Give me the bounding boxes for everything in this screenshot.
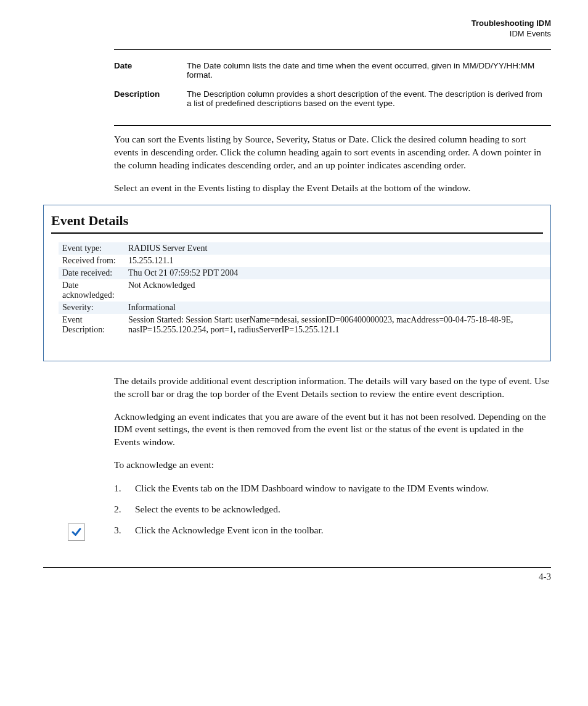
- step-text: Click the Events tab on the IDM Dashboar…: [135, 482, 489, 495]
- step-number: 3.: [114, 523, 135, 537]
- event-value: 15.255.121.1: [125, 255, 550, 267]
- event-value: Session Started: Session Start: userName…: [125, 314, 550, 336]
- page-number: 4-3: [43, 572, 551, 582]
- definition-row: Date The Date column lists the date and …: [114, 57, 551, 86]
- event-row: Event type: RADIUS Server Event: [59, 242, 550, 255]
- event-details-table: Event type: RADIUS Server Event Received…: [44, 242, 565, 361]
- paragraph-ack-info: Acknowledging an event indicates that yo…: [114, 411, 551, 449]
- event-row: Received from: 15.255.121.1: [59, 255, 550, 267]
- list-item: 3. Click the Acknowledge Event icon in t…: [114, 523, 551, 537]
- page-footer: 4-3: [43, 567, 551, 582]
- event-label: Event type:: [59, 242, 125, 255]
- acknowledge-event-icon: [68, 523, 85, 541]
- event-details-rule: [51, 232, 543, 234]
- paragraph-sort-info: You can sort the Events listing by Sourc…: [114, 133, 551, 172]
- header-subtitle: IDM Events: [43, 29, 551, 38]
- event-label: Event Description:: [59, 314, 125, 336]
- step-number: 2.: [114, 503, 135, 516]
- event-details-title: Event Details: [44, 205, 550, 232]
- paragraph-select-event: Select an event in the Events listing to…: [114, 182, 551, 195]
- definition-table: Date The Date column lists the date and …: [114, 57, 551, 114]
- event-label: Date acknowledged:: [59, 279, 125, 302]
- step-text: Click the Acknowledge Event icon in the …: [135, 523, 324, 537]
- checkmark-icon: [71, 527, 82, 538]
- event-row: Date acknowledged: Not Acknowledged: [59, 279, 550, 302]
- ack-steps-list: 1. Click the Events tab on the IDM Dashb…: [114, 482, 551, 536]
- rule-top: [114, 49, 551, 50]
- event-label: Received from:: [59, 255, 125, 267]
- event-row: Severity: Informational: [59, 302, 550, 314]
- step-text: Select the events to be acknowledged.: [135, 503, 280, 516]
- footer-rule: [43, 567, 551, 568]
- rule-bottom: [114, 125, 551, 126]
- header-title: Troubleshooting IDM: [43, 18, 551, 28]
- event-value: Not Acknowledged: [125, 279, 550, 302]
- list-item: 1. Click the Events tab on the IDM Dashb…: [114, 482, 551, 495]
- definition-desc: The Date column lists the date and time …: [187, 57, 551, 86]
- event-row: Date received: Thu Oct 21 07:59:52 PDT 2…: [59, 267, 550, 279]
- event-row: Event Description: Session Started: Sess…: [59, 314, 550, 336]
- event-details-panel: Event Details Event type: RADIUS Server …: [43, 205, 551, 361]
- definition-term: Description: [114, 86, 187, 114]
- event-value: RADIUS Server Event: [125, 242, 550, 255]
- event-label: Severity:: [59, 302, 125, 314]
- main-content: Date The Date column lists the date and …: [114, 49, 551, 536]
- paragraph-ack-intro: To acknowledge an event:: [114, 459, 551, 472]
- event-label: Date received:: [59, 267, 125, 279]
- list-item: 2. Select the events to be acknowledged.: [114, 503, 551, 516]
- definition-row: Description The Description column provi…: [114, 86, 551, 114]
- definition-term: Date: [114, 57, 187, 86]
- paragraph-details-info: The details provide additional event des…: [114, 375, 551, 401]
- definition-desc: The Description column provides a short …: [187, 86, 551, 114]
- event-value: Informational: [125, 302, 550, 314]
- page-header: Troubleshooting IDM IDM Events: [43, 18, 551, 38]
- event-value: Thu Oct 21 07:59:52 PDT 2004: [125, 267, 550, 279]
- step-number: 1.: [114, 482, 135, 495]
